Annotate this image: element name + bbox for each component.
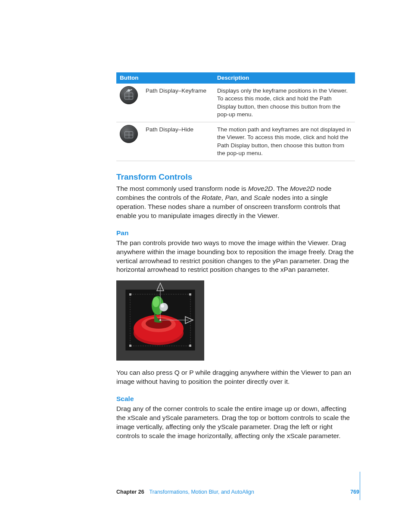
path-display-keyframe-icon bbox=[120, 86, 138, 104]
page-container: Button Description Path Display–Keyframe… bbox=[0, 0, 411, 532]
button-description: The motion path and keyframes are not di… bbox=[214, 122, 355, 161]
svg-point-12 bbox=[159, 303, 168, 311]
svg-point-18 bbox=[159, 319, 161, 321]
heading-pan: Pan bbox=[116, 229, 355, 237]
svg-point-13 bbox=[161, 304, 164, 308]
table-header-button: Button bbox=[116, 72, 214, 84]
svg-rect-4 bbox=[129, 345, 131, 347]
italic-term: Scale bbox=[254, 194, 271, 201]
heading-transform-controls: Transform Controls bbox=[116, 172, 355, 182]
button-name: Path Display–Keyframe bbox=[142, 84, 214, 122]
chapter-number: Chapter 26 bbox=[116, 489, 144, 495]
italic-term: Rotate bbox=[202, 194, 221, 201]
paragraph-scale: Drag any of the corner controls to scale… bbox=[116, 404, 355, 441]
paragraph-pan: The pan controls provide two ways to mov… bbox=[116, 239, 355, 275]
button-description: Displays only the keyframe positions in … bbox=[214, 84, 355, 122]
path-display-hide-icon bbox=[120, 125, 138, 143]
button-name: Path Display–Hide bbox=[142, 122, 214, 161]
italic-term: Move2D bbox=[290, 185, 315, 192]
paragraph-transform-intro: The most commonly used transform node is… bbox=[116, 184, 355, 221]
button-icon-cell bbox=[116, 84, 142, 122]
chapter-title: Transformations, Motion Blur, and AutoAl… bbox=[149, 489, 254, 495]
svg-rect-2 bbox=[129, 293, 131, 296]
heading-scale: Scale bbox=[116, 395, 355, 403]
table-row: Path Display–Keyframe Displays only the … bbox=[116, 84, 355, 122]
italic-term: Move2D bbox=[248, 185, 273, 192]
button-description-table: Button Description Path Display–Keyframe… bbox=[116, 72, 355, 161]
table-header-description: Description bbox=[214, 72, 355, 84]
page-footer: Chapter 26 Transformations, Motion Blur,… bbox=[116, 489, 359, 495]
paragraph-pan-shortcut: You can also press Q or P while dragging… bbox=[116, 368, 355, 386]
svg-rect-5 bbox=[189, 345, 191, 347]
text: , and bbox=[237, 194, 254, 201]
italic-term: Pan bbox=[225, 194, 237, 201]
text: . The bbox=[273, 185, 290, 192]
svg-point-11 bbox=[153, 297, 159, 307]
text: The most commonly used transform node is bbox=[116, 185, 248, 192]
svg-rect-3 bbox=[189, 293, 191, 296]
page-number: 769 bbox=[350, 489, 359, 495]
table-row: Path Display–Hide The motion path and ke… bbox=[116, 122, 355, 161]
button-icon-cell bbox=[116, 122, 142, 161]
pan-controls-illustration bbox=[116, 280, 204, 361]
footer-vertical-rule bbox=[360, 472, 360, 500]
